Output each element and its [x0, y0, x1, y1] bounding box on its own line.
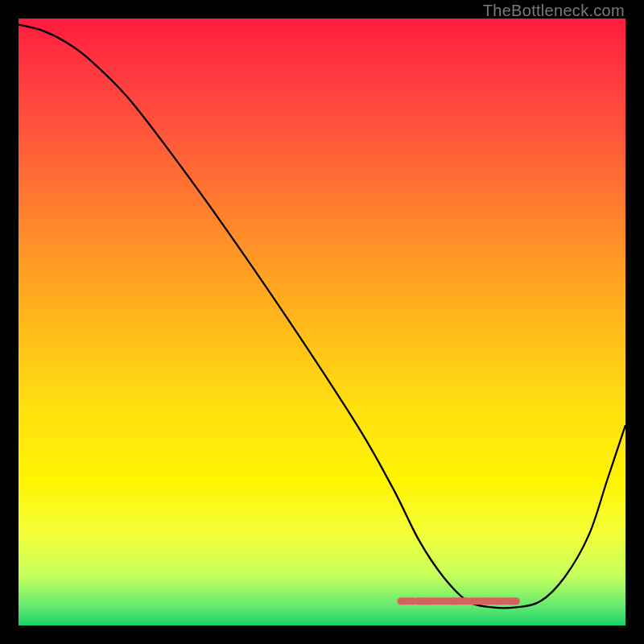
bottleneck-curve [19, 25, 625, 609]
attribution-text: TheBottleneck.com [483, 2, 625, 20]
plot-svg [19, 19, 625, 625]
chart-stage: TheBottleneck.com [0, 0, 644, 644]
plot-area [19, 19, 625, 625]
